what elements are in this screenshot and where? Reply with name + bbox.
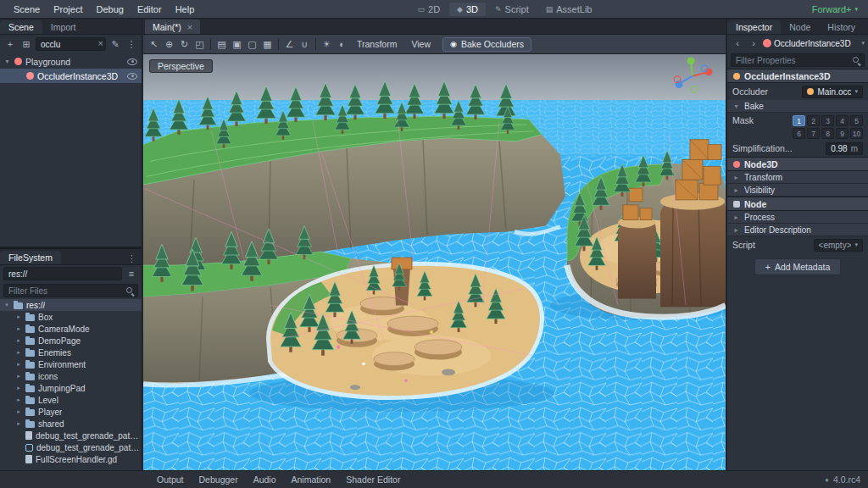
viewport-3d-scene[interactable] xyxy=(143,54,726,470)
mask-layer-cell[interactable]: 1 xyxy=(793,115,805,126)
group-visibility[interactable]: ▸ Visibility xyxy=(727,184,868,197)
view-menu[interactable]: View xyxy=(404,37,437,51)
occluder-bake-icon: ◉ xyxy=(450,40,457,48)
mask-layer-cell[interactable]: 6 xyxy=(793,128,805,139)
mask-layer-cell[interactable]: 8 xyxy=(821,128,834,139)
mask-layer-cell[interactable]: 2 xyxy=(807,115,820,126)
add-metadata-button[interactable]: + Add Metadata xyxy=(754,258,842,275)
mask-layer-cell[interactable]: 3 xyxy=(821,115,834,126)
switcher-assetlib[interactable]: ▤AssetLib xyxy=(538,3,600,16)
left-dock: SceneImport + ⊞ × ✎ ⋮ ▾ Playground xyxy=(0,19,142,470)
fs-item-cameramode[interactable]: ▸ CameraMode xyxy=(0,323,142,335)
fs-item-jumpingpad[interactable]: ▸ JumpingPad xyxy=(0,382,142,394)
lock-icon[interactable]: ▣ xyxy=(230,37,244,52)
fs-filter-input[interactable] xyxy=(3,284,138,297)
fs-bookmark-icon[interactable]: ≡ xyxy=(125,267,138,280)
bottom-panel-shader-editor[interactable]: Shader Editor xyxy=(338,473,408,486)
category-label: Node xyxy=(744,199,766,209)
fs-path-field[interactable]: res:// xyxy=(3,267,122,280)
fs-item-shared[interactable]: ▸ shared xyxy=(0,418,142,430)
group-editor-description[interactable]: ▸ Editor Description xyxy=(727,224,868,236)
tab-import[interactable]: Import xyxy=(42,20,85,34)
rotate-tool-icon[interactable]: ↻ xyxy=(177,37,192,52)
tab-history[interactable]: History xyxy=(819,20,864,34)
fs-item-debug-test-grenade-path-gd[interactable]: debug_test_grenade_path.gd xyxy=(0,430,142,441)
menu-item-scene[interactable]: Scene xyxy=(7,3,47,16)
chevron-down-icon[interactable]: ▾ xyxy=(861,40,865,47)
environment-toggle-icon[interactable]: ◐ xyxy=(335,37,349,52)
visibility-eye-icon[interactable] xyxy=(127,73,137,80)
bottom-panel-animation[interactable]: Animation xyxy=(284,473,339,486)
fs-item-environment[interactable]: ▸ Environment xyxy=(0,358,142,370)
fs-item-root[interactable]: ▾ res:// xyxy=(0,299,142,311)
history-back-icon[interactable]: ‹ xyxy=(731,36,744,50)
instance-scene-button[interactable]: ⊞ xyxy=(19,37,33,51)
tree-item-occluderinstance3d[interactable]: OccluderInstance3D xyxy=(0,69,142,83)
move-tool-icon[interactable]: ⊕ xyxy=(162,37,176,52)
fs-item-debug-test-grenade-path-tscn[interactable]: debug_test_grenade_path.tscn xyxy=(0,441,142,453)
add-node-button[interactable]: + xyxy=(3,37,17,51)
inspected-node-name[interactable]: OccluderInstance3D xyxy=(774,39,859,48)
tab-scene[interactable]: Scene xyxy=(0,20,42,34)
ruler-icon[interactable]: ∠ xyxy=(282,37,297,52)
bottom-panel-debugger[interactable]: Debugger xyxy=(192,473,246,486)
scene-tab-main[interactable]: Main(*) × xyxy=(145,19,200,34)
fs-item-icons[interactable]: ▸ icons xyxy=(0,370,142,382)
mask-layer-cell[interactable]: 4 xyxy=(836,115,849,126)
fs-item-fullscreenhandler-gd[interactable]: FullScreenHandler.gd xyxy=(0,453,142,465)
bottom-panel-output[interactable]: Output xyxy=(149,473,192,486)
filesystem-more-icon[interactable]: ⋮ xyxy=(122,253,142,264)
selection-list-icon[interactable]: ▤ xyxy=(214,37,229,52)
fs-item-level[interactable]: ▸ Level xyxy=(0,394,142,406)
tab-node[interactable]: Node xyxy=(781,20,819,34)
bake-occluders-button[interactable]: ◉ Bake Occluders xyxy=(442,37,531,52)
group-transform[interactable]: ▸ Transform xyxy=(727,171,868,184)
menu-item-project[interactable]: Project xyxy=(47,3,89,16)
unlock-icon[interactable]: ▢ xyxy=(245,37,259,52)
clear-search-icon[interactable]: × xyxy=(98,38,103,48)
fs-item-box[interactable]: ▸ Box xyxy=(0,311,142,323)
history-forward-icon[interactable]: › xyxy=(747,36,760,50)
fs-item-player[interactable]: ▸ Player xyxy=(0,406,142,418)
group-process[interactable]: ▸ Process xyxy=(727,211,868,224)
group-label: Visibility xyxy=(744,186,775,195)
viewport-3d[interactable]: Perspective xyxy=(143,54,726,470)
group-icon[interactable]: ▦ xyxy=(260,37,275,52)
select-tool-icon[interactable]: ↖ xyxy=(147,37,161,52)
tree-item-playground[interactable]: ▾ Playground xyxy=(0,54,142,69)
perspective-menu[interactable]: Perspective xyxy=(149,59,213,73)
menu-item-help[interactable]: Help xyxy=(169,3,202,16)
attach-script-button[interactable]: ✎ xyxy=(108,37,122,51)
mask-layer-cell[interactable]: 10 xyxy=(850,128,863,139)
mask-layer-cell[interactable]: 9 xyxy=(836,128,849,139)
close-icon[interactable]: × xyxy=(187,22,192,32)
mask-layer-cell[interactable]: 7 xyxy=(807,128,820,139)
group-bake[interactable]: ▾ Bake xyxy=(727,100,868,113)
visibility-eye-icon[interactable] xyxy=(127,58,137,65)
menu-item-editor[interactable]: Editor xyxy=(131,3,169,16)
script-picker[interactable]: <empty> ▾ xyxy=(814,239,863,252)
bottom-panel-audio[interactable]: Audio xyxy=(246,473,284,486)
mask-layer-cell[interactable]: 5 xyxy=(850,115,863,126)
simplification-spinbox[interactable]: 0.98 m xyxy=(826,142,863,155)
menu-item-debug[interactable]: Debug xyxy=(89,3,130,16)
filesystem-list: ▾ res:// ▸ Box ▸ CameraMode ▸ D xyxy=(0,299,142,470)
transform-menu[interactable]: Transform xyxy=(350,37,403,51)
scale-tool-icon[interactable]: ◰ xyxy=(192,37,207,52)
scene-filter-input[interactable] xyxy=(36,37,106,51)
switcher-3d[interactable]: ◆3D xyxy=(449,3,486,16)
snap-icon[interactable]: ∪ xyxy=(298,37,312,52)
renderer-select[interactable]: Forward+ ▾ xyxy=(809,3,861,16)
switcher-script[interactable]: ✎Script xyxy=(487,3,537,16)
filesystem-tab[interactable]: FileSystem xyxy=(0,251,61,264)
fs-item-enemies[interactable]: ▸ Enemies xyxy=(0,347,142,358)
occluder-resource-picker[interactable]: Main.occ ▾ xyxy=(802,86,863,98)
filter-properties-input[interactable] xyxy=(731,53,865,67)
fs-item-demopage[interactable]: ▸ DemoPage xyxy=(0,335,142,347)
switcher-2d[interactable]: ▭2D xyxy=(410,3,448,16)
tab-inspector[interactable]: Inspector xyxy=(727,20,781,34)
tool-icon-group: ↖⊕↻◰▤▣▢▦∠∪☀◐ xyxy=(147,37,349,52)
scene-more-button[interactable]: ⋮ xyxy=(125,37,138,51)
sun-toggle-icon[interactable]: ☀ xyxy=(320,37,334,52)
property-label: Occluder xyxy=(732,86,798,97)
